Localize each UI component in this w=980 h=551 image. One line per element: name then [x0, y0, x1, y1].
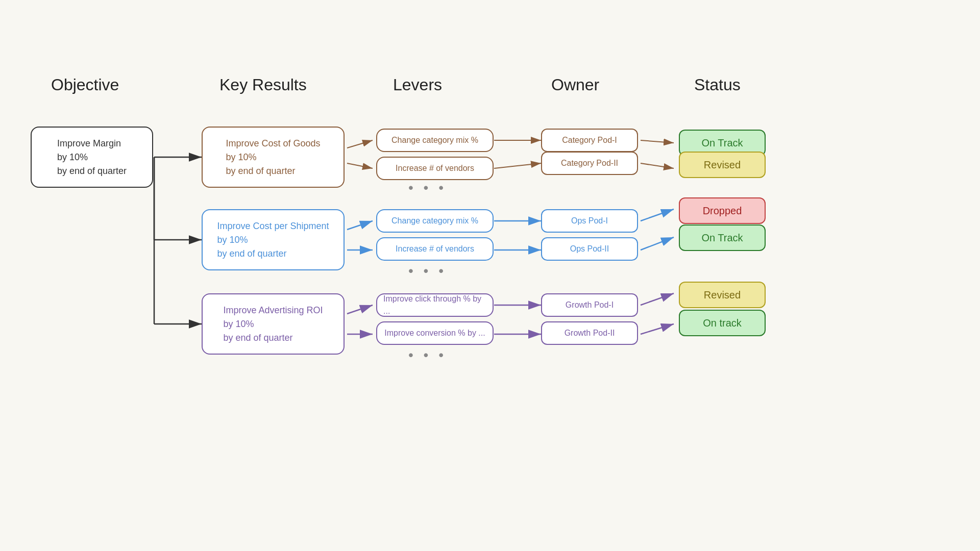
svg-line-13	[347, 305, 373, 314]
header-objective: Objective	[51, 76, 119, 94]
kr2-owner1-box: Ops Pod-I	[541, 209, 638, 233]
kr3-owner1-text: Growth Pod-I	[566, 299, 614, 311]
kr2-lever2-text: Increase # of vendors	[396, 243, 474, 255]
header-status: Status	[694, 76, 741, 94]
kr3-status2-text: On track	[703, 317, 742, 329]
kr1-status1-text: On Track	[701, 137, 743, 149]
kr1-lever2-box: Increase # of vendors	[376, 157, 494, 180]
svg-line-21	[641, 140, 674, 143]
kr1-text: Improve Cost of Goods by 10% by end of q…	[226, 137, 320, 178]
header-levers: Levers	[393, 76, 442, 94]
kr1-owner2-text: Category Pod-II	[561, 157, 618, 169]
kr1-box: Improve Cost of Goods by 10% by end of q…	[202, 127, 345, 188]
kr2-lever1-text: Change category mix %	[391, 215, 478, 227]
kr2-lever2-box: Increase # of vendors	[376, 237, 494, 261]
svg-line-25	[641, 293, 674, 305]
kr3-lever1-box: Improve click through % by ...	[376, 293, 494, 317]
kr3-owner1-box: Growth Pod-I	[541, 293, 638, 317]
kr2-owner2-text: Ops Pod-II	[570, 243, 609, 255]
svg-line-10	[347, 163, 373, 168]
svg-line-23	[641, 209, 674, 221]
kr2-box: Improve Cost per Shipment by 10% by end …	[202, 209, 345, 270]
kr3-status1-badge: Revised	[679, 282, 766, 308]
kr1-owner2-box: Category Pod-II	[541, 152, 638, 175]
header-owner: Owner	[551, 76, 599, 94]
kr3-box: Improve Advertising ROI by 10% by end of…	[202, 293, 345, 355]
kr1-status2-text: Revised	[704, 159, 741, 171]
svg-line-26	[641, 324, 674, 334]
kr3-text: Improve Advertising ROI by 10% by end of…	[223, 304, 323, 345]
kr3-status2-badge: On track	[679, 310, 766, 336]
kr1-dots: • • •	[408, 180, 447, 196]
kr2-dots: • • •	[408, 263, 447, 279]
kr3-dots: • • •	[408, 347, 447, 363]
kr1-lever2-text: Increase # of vendors	[396, 162, 474, 174]
kr1-owner1-text: Category Pod-I	[562, 134, 617, 146]
kr3-lever2-text: Improve conversion % by ...	[384, 327, 485, 339]
svg-line-24	[641, 237, 674, 250]
kr2-text: Improve Cost per Shipment by 10% by end …	[217, 219, 329, 261]
kr3-lever1-text: Improve click through % by ...	[383, 293, 486, 317]
kr3-owner2-text: Growth Pod-II	[565, 327, 615, 339]
svg-line-22	[641, 163, 674, 168]
kr2-owner2-box: Ops Pod-II	[541, 237, 638, 261]
svg-line-9	[347, 140, 373, 148]
kr1-status2-badge: Revised	[679, 152, 766, 178]
objective-box: Improve Margin by 10% by end of quarter	[31, 127, 153, 188]
kr1-lever1-text: Change category mix %	[391, 134, 478, 146]
header-key-results: Key Results	[219, 76, 307, 94]
kr2-status1-text: Dropped	[703, 205, 742, 217]
kr3-lever2-box: Improve conversion % by ...	[376, 321, 494, 345]
svg-line-11	[347, 221, 373, 230]
objective-text: Improve Margin by 10% by end of quarter	[57, 137, 127, 178]
kr2-status2-text: On Track	[701, 232, 743, 244]
svg-line-16	[494, 163, 541, 168]
kr1-owner1-box: Category Pod-I	[541, 129, 638, 152]
kr3-owner2-box: Growth Pod-II	[541, 321, 638, 345]
kr2-status2-badge: On Track	[679, 224, 766, 251]
kr2-lever1-box: Change category mix %	[376, 209, 494, 233]
kr1-lever1-box: Change category mix %	[376, 129, 494, 152]
kr2-owner1-text: Ops Pod-I	[571, 215, 608, 227]
kr3-status1-text: Revised	[704, 289, 741, 301]
kr2-status1-badge: Dropped	[679, 197, 766, 224]
